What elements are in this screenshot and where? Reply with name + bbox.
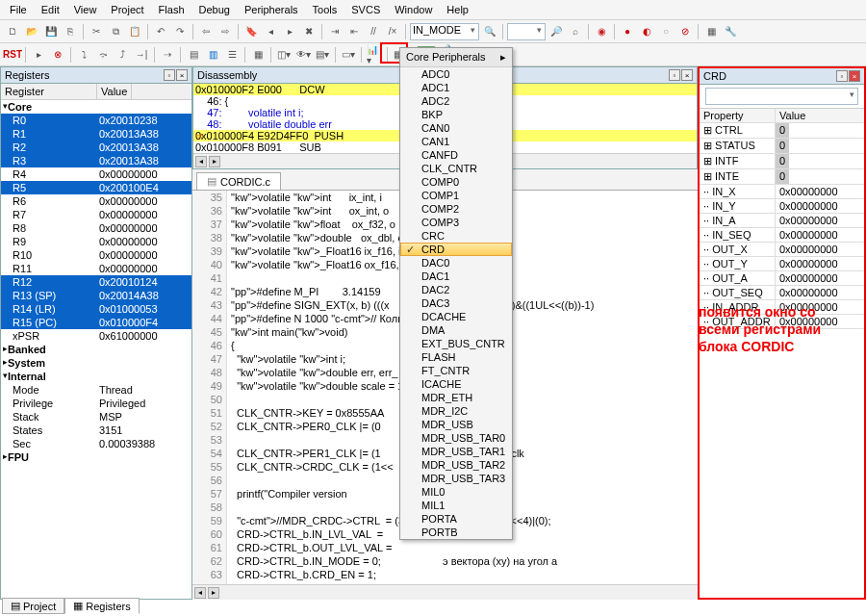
show-next-icon[interactable]: ⇢: [159, 46, 176, 64]
outdent-icon[interactable]: ⇤: [345, 23, 363, 40]
reset-icon[interactable]: RST: [4, 46, 21, 64]
menu-help[interactable]: Help: [441, 2, 474, 17]
menu-edit[interactable]: Edit: [36, 2, 65, 17]
reg-r0[interactable]: R00x20010238: [1, 114, 191, 127]
registers-tree[interactable]: CoreR00x20010238R10x20013A38R20x20013A38…: [1, 100, 191, 599]
dd-item-dcache[interactable]: DCACHE: [400, 310, 512, 323]
menu-debug[interactable]: Debug: [193, 2, 236, 17]
dd-item-clk_cntr[interactable]: CLK_CNTR: [400, 162, 512, 175]
crd-row-inte[interactable]: ⊞ INTE0: [700, 169, 864, 185]
dd-item-mdr_i2c[interactable]: MDR_I2C: [400, 404, 512, 418]
dd-item-icache[interactable]: ICACHE: [400, 377, 512, 391]
menu-tools[interactable]: Tools: [307, 2, 344, 17]
reg-group-system[interactable]: System: [1, 356, 191, 370]
dd-item-adc1[interactable]: ADC1: [400, 81, 512, 94]
reg-group-fpu[interactable]: FPU: [1, 450, 191, 464]
nav-back-icon[interactable]: ⇦: [197, 23, 215, 40]
reg-r1[interactable]: R10x20013A38: [1, 127, 191, 141]
open-icon[interactable]: 📂: [23, 23, 40, 40]
dd-item-mdr_usb[interactable]: MDR_USB: [400, 418, 512, 431]
crd-row-in_seq[interactable]: ·· IN_SEQ0x00000000: [700, 228, 864, 243]
reg-r9[interactable]: R90x00000000: [1, 235, 191, 248]
reg-r10[interactable]: R100x00000000: [1, 248, 191, 262]
dd-item-ext_bus_cntr[interactable]: EXT_BUS_CNTR: [400, 337, 512, 350]
brk-insert-icon[interactable]: ●: [619, 23, 636, 40]
crd-combo[interactable]: [705, 88, 858, 105]
debug-icon[interactable]: ◉: [593, 23, 610, 40]
dd-item-dac2[interactable]: DAC2: [400, 283, 512, 296]
dd-item-mil0[interactable]: MIL0: [400, 485, 512, 499]
step-out-icon[interactable]: ⤴: [114, 46, 131, 64]
dd-item-mil1[interactable]: MIL1: [400, 499, 512, 512]
crd-row-in_x[interactable]: ·· IN_X0x00000000: [700, 185, 864, 199]
reg-r11[interactable]: R110x00000000: [1, 262, 191, 275]
dd-item-porta[interactable]: PORTA: [400, 512, 512, 526]
dd-item-canfd[interactable]: CANFD: [400, 148, 512, 162]
reg-group-core[interactable]: Core: [1, 100, 191, 114]
dd-item-mdr_usb_tar0[interactable]: MDR_USB_TAR0: [400, 431, 512, 445]
close-icon[interactable]: ×: [849, 70, 860, 82]
window-icon[interactable]: ▦: [702, 23, 720, 40]
reg-r7[interactable]: R70x00000000: [1, 208, 191, 221]
dd-item-bkp[interactable]: BKP: [400, 108, 512, 121]
symbols-icon[interactable]: ☰: [223, 46, 241, 64]
analysis-icon[interactable]: 📊▾: [366, 46, 383, 64]
dd-item-comp0[interactable]: COMP0: [400, 175, 512, 189]
find-icon[interactable]: 🔍: [481, 23, 498, 40]
comment-icon[interactable]: //: [365, 23, 382, 40]
dd-item-ft_cntr[interactable]: FT_CNTR: [400, 364, 512, 377]
dd-item-crc[interactable]: CRC: [400, 229, 512, 243]
reg-r14 (lr)[interactable]: R14 (LR)0x01000053: [1, 302, 191, 316]
bookmark-icon[interactable]: 🔖: [242, 23, 260, 40]
save-icon[interactable]: 💾: [42, 23, 60, 40]
crd-grid[interactable]: ⊞ CTRL0⊞ STATUS0⊞ INTF0⊞ INTE0·· IN_X0x0…: [700, 123, 864, 598]
reg-r12[interactable]: R120x20010124: [1, 275, 191, 289]
copy-icon[interactable]: ⧉: [107, 23, 124, 40]
menu-window[interactable]: Window: [389, 2, 438, 17]
pin-icon[interactable]: ▫: [836, 70, 848, 82]
reg-r15 (pc)[interactable]: R15 (PC)0x010000F4: [1, 316, 191, 329]
regs-window-icon[interactable]: ▦: [249, 46, 267, 64]
dd-item-portb[interactable]: PORTB: [400, 526, 512, 539]
reg-xpsr[interactable]: xPSR0x61000000: [1, 329, 191, 343]
nav-fwd-icon[interactable]: ⇨: [216, 23, 234, 40]
config-icon[interactable]: 🔧: [722, 23, 739, 40]
pin-icon[interactable]: ▫: [164, 69, 175, 81]
cmd-window-icon[interactable]: ▤: [185, 46, 202, 64]
crd-row-out_seq[interactable]: ·· OUT_SEQ0x00000000: [700, 286, 864, 300]
findinfiles-icon[interactable]: 🔎: [548, 23, 565, 40]
stop-icon[interactable]: ⊗: [49, 46, 66, 64]
dd-item-mdr_eth[interactable]: MDR_ETH: [400, 391, 512, 404]
dd-item-mdr_usb_tar2[interactable]: MDR_USB_TAR2: [400, 458, 512, 472]
editor-scroll[interactable]: ◂▸: [192, 584, 698, 600]
incsearch-icon[interactable]: ⌕: [567, 23, 584, 40]
bookmark-next-icon[interactable]: ▸: [281, 23, 298, 40]
reg-privilege[interactable]: PrivilegePrivileged: [1, 397, 191, 410]
callstack-icon[interactable]: ◫▾: [275, 46, 293, 64]
brk-enable-icon[interactable]: ◐: [638, 23, 655, 40]
crd-row-in_y[interactable]: ·· IN_Y0x00000000: [700, 199, 864, 214]
bookmark-clear-icon[interactable]: ✖: [300, 23, 318, 40]
reg-group-internal[interactable]: Internal: [1, 370, 191, 383]
crd-row-in_a[interactable]: ·· IN_A0x00000000: [700, 214, 864, 228]
find-combo[interactable]: IN_MODE: [410, 23, 479, 40]
brk-disable-icon[interactable]: ○: [657, 23, 675, 40]
cut-icon[interactable]: ✂: [88, 23, 105, 40]
dropdown-header[interactable]: Core Peripherals▸: [400, 48, 512, 67]
tab-project[interactable]: ▤Project: [2, 598, 64, 614]
crd-row-out_x[interactable]: ·· OUT_X0x00000000: [700, 243, 864, 257]
dd-item-mdr_usb_tar1[interactable]: MDR_USB_TAR1: [400, 445, 512, 458]
reg-group-banked[interactable]: Banked: [1, 343, 191, 356]
reg-stack[interactable]: StackMSP: [1, 410, 191, 424]
crd-row-intf[interactable]: ⊞ INTF0: [700, 154, 864, 169]
menu-svcs[interactable]: SVCS: [345, 2, 386, 17]
reg-r2[interactable]: R20x20013A38: [1, 141, 191, 154]
dd-item-dma[interactable]: DMA: [400, 323, 512, 337]
reg-r13 (sp)[interactable]: R13 (SP)0x20014A38: [1, 289, 191, 302]
dd-item-can0[interactable]: CAN0: [400, 121, 512, 135]
dd-item-crd[interactable]: CRD: [400, 243, 512, 256]
step-over-icon[interactable]: ⤼: [94, 46, 112, 64]
dd-item-dac1[interactable]: DAC1: [400, 270, 512, 283]
reg-r4[interactable]: R40x00000000: [1, 167, 191, 181]
dd-item-comp3[interactable]: COMP3: [400, 216, 512, 229]
